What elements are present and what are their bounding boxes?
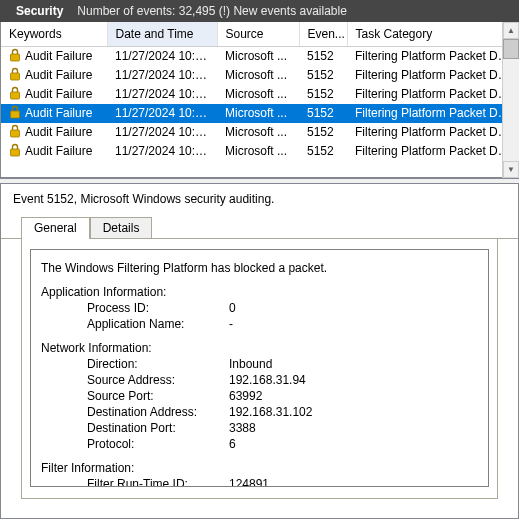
src-addr-value: 192.168.31.94 (229, 372, 478, 388)
dst-port-label: Destination Port: (87, 420, 229, 436)
table-row[interactable]: Audit Failure11/27/2024 10:24...Microsof… (1, 85, 518, 104)
scroll-down-button[interactable]: ▼ (503, 161, 519, 178)
src-addr-label: Source Address: (87, 372, 229, 388)
cell-datetime: 11/27/2024 10:24... (107, 104, 217, 123)
dst-addr-label: Destination Address: (87, 404, 229, 420)
protocol-value: 6 (229, 436, 478, 452)
scroll-track[interactable] (503, 39, 519, 161)
cell-task: Filtering Platform Packet Drop (347, 46, 518, 66)
cell-keywords: Audit Failure (25, 144, 92, 158)
cell-source: Microsoft ... (217, 142, 299, 161)
table-row[interactable]: Audit Failure11/27/2024 10:24...Microsof… (1, 46, 518, 66)
lock-icon (9, 143, 21, 160)
scroll-up-button[interactable]: ▲ (503, 22, 519, 39)
detail-title: Event 5152, Microsoft Windows security a… (1, 184, 518, 216)
cell-keywords: Audit Failure (25, 87, 92, 101)
events-grid[interactable]: Keywords Date and Time Source Even... Ta… (0, 22, 519, 178)
direction-value: Inbound (229, 356, 478, 372)
svg-rect-5 (11, 149, 20, 156)
cell-source: Microsoft ... (217, 66, 299, 85)
lock-icon (9, 86, 21, 103)
cell-datetime: 11/27/2024 10:23... (107, 142, 217, 161)
col-eventid[interactable]: Even... (299, 22, 347, 46)
cell-source: Microsoft ... (217, 46, 299, 66)
events-scrollbar[interactable]: ▲ ▼ (502, 22, 519, 178)
process-id-label: Process ID: (87, 300, 229, 316)
direction-label: Direction: (87, 356, 229, 372)
scroll-thumb[interactable] (503, 39, 519, 59)
table-row[interactable]: Audit Failure11/27/2024 10:23...Microsof… (1, 123, 518, 142)
table-row[interactable]: Audit Failure11/27/2024 10:24...Microsof… (1, 66, 518, 85)
svg-rect-3 (11, 111, 20, 118)
dst-addr-value: 192.168.31.102 (229, 404, 478, 420)
col-source[interactable]: Source (217, 22, 299, 46)
net-info-heading: Network Information: (41, 340, 478, 356)
cell-source: Microsoft ... (217, 85, 299, 104)
src-port-value: 63992 (229, 388, 478, 404)
log-subtitle: Number of events: 32,495 (!) New events … (77, 4, 346, 18)
src-port-label: Source Port: (87, 388, 229, 404)
cell-keywords: Audit Failure (25, 125, 92, 139)
cell-source: Microsoft ... (217, 104, 299, 123)
lock-icon (9, 105, 21, 122)
filter-id-value: 124891 (229, 476, 478, 487)
cell-datetime: 11/27/2024 10:24... (107, 66, 217, 85)
tab-content-general: The Windows Filtering Platform has block… (21, 239, 498, 499)
cell-eventid: 5152 (299, 85, 347, 104)
svg-rect-0 (11, 54, 20, 61)
app-name-label: Application Name: (87, 316, 229, 332)
col-datetime[interactable]: Date and Time (107, 22, 217, 46)
cell-task: Filtering Platform Packet Drop (347, 142, 518, 161)
cell-eventid: 5152 (299, 123, 347, 142)
dst-port-value: 3388 (229, 420, 478, 436)
filter-id-label: Filter Run-Time ID: (87, 476, 229, 487)
cell-eventid: 5152 (299, 142, 347, 161)
cell-keywords: Audit Failure (25, 49, 92, 63)
svg-rect-2 (11, 92, 20, 99)
detail-tabs: General Details (1, 216, 518, 239)
app-info-heading: Application Information: (41, 284, 478, 300)
tab-details[interactable]: Details (90, 217, 153, 238)
lock-icon (9, 124, 21, 141)
cell-eventid: 5152 (299, 66, 347, 85)
lock-icon (9, 67, 21, 84)
svg-rect-4 (11, 130, 20, 137)
process-id-value: 0 (229, 300, 478, 316)
cell-keywords: Audit Failure (25, 106, 92, 120)
cell-datetime: 11/27/2024 10:24... (107, 46, 217, 66)
col-task[interactable]: Task Category (347, 22, 518, 46)
log-header: Security Number of events: 32,495 (!) Ne… (0, 0, 519, 22)
log-title: Security (16, 4, 63, 18)
event-text[interactable]: The Windows Filtering Platform has block… (30, 249, 489, 487)
filter-info-heading: Filter Information: (41, 460, 478, 476)
table-row[interactable]: Audit Failure11/27/2024 10:24...Microsof… (1, 104, 518, 123)
cell-task: Filtering Platform Packet Drop (347, 85, 518, 104)
cell-eventid: 5152 (299, 104, 347, 123)
column-headers[interactable]: Keywords Date and Time Source Even... Ta… (1, 22, 518, 46)
tab-general[interactable]: General (21, 217, 90, 239)
cell-datetime: 11/27/2024 10:24... (107, 85, 217, 104)
cell-task: Filtering Platform Packet Drop (347, 123, 518, 142)
summary-line: The Windows Filtering Platform has block… (41, 260, 478, 276)
cell-task: Filtering Platform Packet Drop (347, 66, 518, 85)
table-row[interactable]: Audit Failure11/27/2024 10:23...Microsof… (1, 142, 518, 161)
cell-task: Filtering Platform Packet Drop (347, 104, 518, 123)
cell-eventid: 5152 (299, 46, 347, 66)
svg-rect-1 (11, 73, 20, 80)
app-name-value: - (229, 316, 478, 332)
detail-pane: Event 5152, Microsoft Windows security a… (0, 184, 519, 519)
col-keywords[interactable]: Keywords (1, 22, 107, 46)
cell-keywords: Audit Failure (25, 68, 92, 82)
lock-icon (9, 48, 21, 65)
cell-datetime: 11/27/2024 10:23... (107, 123, 217, 142)
cell-source: Microsoft ... (217, 123, 299, 142)
protocol-label: Protocol: (87, 436, 229, 452)
